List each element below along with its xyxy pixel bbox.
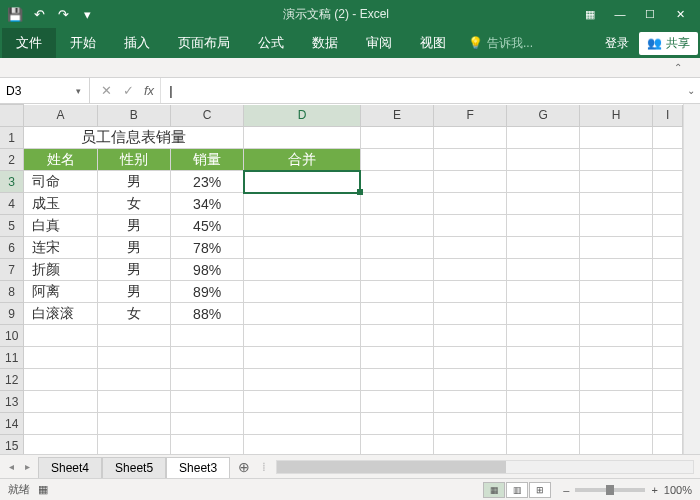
cell[interactable] bbox=[24, 413, 97, 435]
cell[interactable] bbox=[434, 391, 507, 413]
cell[interactable] bbox=[507, 325, 580, 347]
cell[interactable] bbox=[97, 435, 170, 455]
sheet-tab-sheet4[interactable]: Sheet4 bbox=[38, 457, 102, 479]
tab-data[interactable]: 数据 bbox=[298, 28, 352, 58]
col-header-D[interactable]: D bbox=[244, 105, 361, 127]
data-sales[interactable]: 45% bbox=[170, 215, 243, 237]
data-sales[interactable]: 88% bbox=[170, 303, 243, 325]
col-header-G[interactable]: G bbox=[507, 105, 580, 127]
cell-d8[interactable] bbox=[244, 281, 361, 303]
cell[interactable] bbox=[244, 347, 361, 369]
cell[interactable] bbox=[434, 435, 507, 455]
cell[interactable] bbox=[97, 413, 170, 435]
cell[interactable] bbox=[244, 435, 361, 455]
cell[interactable] bbox=[24, 435, 97, 455]
cell-d3[interactable] bbox=[244, 171, 361, 193]
cell[interactable] bbox=[653, 369, 683, 391]
data-gender[interactable]: 男 bbox=[97, 237, 170, 259]
data-name[interactable]: 阿离 bbox=[24, 281, 97, 303]
fx-icon[interactable]: fx bbox=[144, 83, 154, 98]
tab-insert[interactable]: 插入 bbox=[110, 28, 164, 58]
name-box[interactable]: ▾ bbox=[0, 78, 90, 103]
data-sales[interactable]: 34% bbox=[170, 193, 243, 215]
data-sales[interactable]: 89% bbox=[170, 281, 243, 303]
row-header-8[interactable]: 8 bbox=[0, 281, 24, 303]
redo-icon[interactable]: ↷ bbox=[54, 5, 72, 23]
cell[interactable] bbox=[360, 259, 433, 281]
sheet-nav-prev-icon[interactable]: ◂ bbox=[4, 461, 18, 472]
cell-d4[interactable] bbox=[244, 193, 361, 215]
cell[interactable] bbox=[653, 435, 683, 455]
cell[interactable] bbox=[170, 347, 243, 369]
name-box-dropdown-icon[interactable]: ▾ bbox=[70, 86, 86, 96]
zoom-percent[interactable]: 100% bbox=[664, 484, 692, 496]
header-sales[interactable]: 销量 bbox=[170, 149, 243, 171]
cell[interactable] bbox=[507, 215, 580, 237]
cell-d5[interactable] bbox=[244, 215, 361, 237]
row-header-3[interactable]: 3 bbox=[0, 171, 24, 193]
cell[interactable] bbox=[244, 325, 361, 347]
save-icon[interactable]: 💾 bbox=[6, 5, 24, 23]
row-header-7[interactable]: 7 bbox=[0, 259, 24, 281]
cell[interactable] bbox=[170, 391, 243, 413]
row-header-11[interactable]: 11 bbox=[0, 347, 24, 369]
cell[interactable] bbox=[507, 171, 580, 193]
data-sales[interactable]: 78% bbox=[170, 237, 243, 259]
title-cell[interactable]: 员工信息表销量 bbox=[24, 127, 244, 149]
zoom-out-button[interactable]: – bbox=[563, 484, 569, 496]
signin-link[interactable]: 登录 bbox=[605, 35, 629, 52]
cell[interactable] bbox=[653, 325, 683, 347]
cell[interactable] bbox=[170, 369, 243, 391]
col-header-F[interactable]: F bbox=[434, 105, 507, 127]
row-header-10[interactable]: 10 bbox=[0, 325, 24, 347]
tab-formulas[interactable]: 公式 bbox=[244, 28, 298, 58]
tab-home[interactable]: 开始 bbox=[56, 28, 110, 58]
row-header-13[interactable]: 13 bbox=[0, 391, 24, 413]
cell[interactable] bbox=[507, 413, 580, 435]
cell[interactable] bbox=[507, 303, 580, 325]
formula-input[interactable]: | bbox=[161, 78, 682, 103]
cell[interactable] bbox=[653, 347, 683, 369]
cell[interactable] bbox=[97, 347, 170, 369]
cell-d9[interactable] bbox=[244, 303, 361, 325]
cell[interactable] bbox=[434, 281, 507, 303]
cell[interactable] bbox=[653, 303, 683, 325]
cell[interactable] bbox=[360, 303, 433, 325]
cell[interactable] bbox=[360, 149, 433, 171]
cell[interactable] bbox=[360, 281, 433, 303]
data-name[interactable]: 白滚滚 bbox=[24, 303, 97, 325]
cell[interactable] bbox=[580, 149, 653, 171]
data-gender[interactable]: 女 bbox=[97, 193, 170, 215]
tab-layout[interactable]: 页面布局 bbox=[164, 28, 244, 58]
close-button[interactable]: ✕ bbox=[666, 4, 694, 24]
cell[interactable] bbox=[653, 149, 683, 171]
header-gender[interactable]: 性别 bbox=[97, 149, 170, 171]
row-header-2[interactable]: 2 bbox=[0, 149, 24, 171]
view-page-break-icon[interactable]: ⊞ bbox=[529, 482, 551, 498]
col-header-C[interactable]: C bbox=[170, 105, 243, 127]
cell[interactable] bbox=[360, 391, 433, 413]
cell[interactable] bbox=[580, 413, 653, 435]
cell[interactable] bbox=[170, 413, 243, 435]
zoom-in-button[interactable]: + bbox=[651, 484, 657, 496]
row-header-4[interactable]: 4 bbox=[0, 193, 24, 215]
cell[interactable] bbox=[434, 127, 507, 149]
sheet-tab-sheet3[interactable]: Sheet3 bbox=[166, 457, 230, 479]
header-name[interactable]: 姓名 bbox=[24, 149, 97, 171]
cell[interactable] bbox=[580, 435, 653, 455]
row-header-1[interactable]: 1 bbox=[0, 127, 24, 149]
cell[interactable] bbox=[580, 237, 653, 259]
zoom-slider-thumb[interactable] bbox=[606, 485, 614, 495]
data-gender[interactable]: 男 bbox=[97, 281, 170, 303]
cell[interactable] bbox=[507, 259, 580, 281]
row-header-6[interactable]: 6 bbox=[0, 237, 24, 259]
ribbon-collapse-bar[interactable]: ⌃ bbox=[0, 58, 700, 78]
data-gender[interactable]: 男 bbox=[97, 171, 170, 193]
cell[interactable] bbox=[653, 193, 683, 215]
expand-formula-icon[interactable]: ⌄ bbox=[682, 85, 700, 96]
cell[interactable] bbox=[653, 171, 683, 193]
cell[interactable] bbox=[580, 259, 653, 281]
data-name[interactable]: 成玉 bbox=[24, 193, 97, 215]
cell[interactable] bbox=[434, 171, 507, 193]
data-name[interactable]: 白真 bbox=[24, 215, 97, 237]
